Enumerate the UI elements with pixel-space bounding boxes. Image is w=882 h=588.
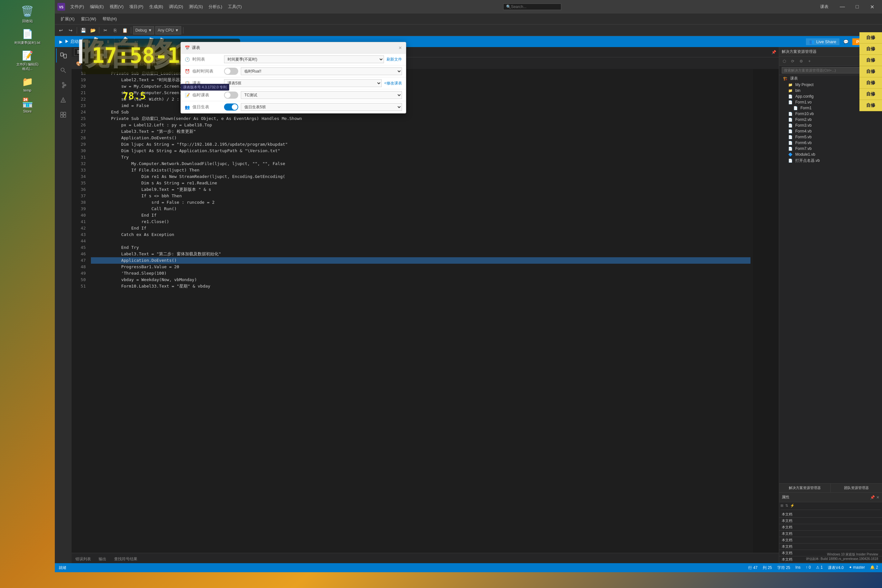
- course-popup-close[interactable]: ✕: [399, 45, 402, 50]
- code-line-47[interactable]: Application.DoEvents(): [91, 257, 750, 264]
- code-line-26[interactable]: px = Label12.Left : py = Label18.Top: [91, 122, 750, 128]
- start-button[interactable]: ▶ ▶ 启动: [57, 38, 81, 45]
- menu-view[interactable]: 视图(V): [107, 3, 126, 10]
- status-notifications[interactable]: 🔔 2: [870, 565, 878, 571]
- sidebar-git-icon[interactable]: [56, 78, 70, 92]
- sidebar-extensions-icon[interactable]: [56, 108, 70, 122]
- filter-btn[interactable]: ⚙: [797, 57, 805, 65]
- sidebar-explorer-icon[interactable]: [56, 48, 70, 63]
- errors-tab[interactable]: 错误列表: [72, 555, 95, 563]
- temp-course-toggle[interactable]: [224, 92, 238, 99]
- code-line-40[interactable]: End If: [91, 212, 750, 219]
- code-line-37[interactable]: If s <> bbh Then: [91, 193, 750, 199]
- desktop-icon-store[interactable]: 🏪 Store: [3, 98, 52, 113]
- team-mgr-btn[interactable]: 团队资源管理器: [831, 483, 882, 492]
- modify-course-btn[interactable]: <修改课表: [384, 81, 402, 86]
- refresh-btn[interactable]: ⟳: [789, 57, 796, 65]
- status-branch[interactable]: ✦ master: [849, 565, 865, 571]
- toolbar-btn-pin[interactable]: 📌: [771, 50, 776, 54]
- properties-close-icon[interactable]: ✕: [876, 495, 879, 500]
- toolbar-undo[interactable]: ↩: [57, 26, 65, 34]
- code-line-51[interactable]: Form10.Label33.Text = "星期" & vbday: [91, 283, 750, 290]
- code-line-44[interactable]: [91, 238, 750, 244]
- status-char[interactable]: 字符 25: [777, 565, 790, 571]
- code-line-31[interactable]: Try: [91, 154, 750, 160]
- code-line-48[interactable]: ProgressBar1.Value = 20: [91, 264, 750, 270]
- menu-build[interactable]: 生成(B): [147, 3, 166, 10]
- tree-item[interactable]: 🔷Module1.vb: [779, 152, 882, 158]
- code-line-33[interactable]: If File.Exists(ljupct) Then: [91, 167, 750, 173]
- temp-timetable-select[interactable]: 临时Rua!!: [241, 68, 402, 75]
- collapse-all-btn[interactable]: ⬡: [780, 57, 788, 65]
- sidebar-search-icon[interactable]: [56, 63, 70, 77]
- desktop-icon-temp[interactable]: 📁 temp: [3, 76, 52, 92]
- status-col[interactable]: 列 25: [763, 565, 772, 571]
- maximize-button[interactable]: □: [850, 0, 865, 14]
- close-button[interactable]: ✕: [865, 0, 879, 14]
- tree-item[interactable]: 📄Form6.vb: [779, 140, 882, 146]
- code-line-39[interactable]: Call Run(): [91, 206, 750, 212]
- tree-item[interactable]: 📄Form4.vb: [779, 128, 882, 134]
- code-line-43[interactable]: Catch ex As Exception: [91, 231, 750, 238]
- timetable-select[interactable]: 时间夏季(不延时): [224, 56, 384, 63]
- code-line-35[interactable]: Dim s As String = re1.ReadLine: [91, 180, 750, 186]
- temp-timetable-toggle[interactable]: [224, 68, 238, 75]
- status-warnings[interactable]: ⚠ 1: [816, 565, 823, 571]
- menu-help[interactable]: 帮助(H): [99, 15, 120, 23]
- minimize-button[interactable]: —: [835, 0, 850, 14]
- prop-events-icon[interactable]: ⚡: [790, 504, 795, 508]
- pin-icon[interactable]: 📌: [870, 495, 875, 500]
- new-item-btn[interactable]: +: [806, 57, 813, 65]
- code-line-28[interactable]: Application.DoEvents(): [91, 135, 750, 141]
- status-errors[interactable]: ↑ 0: [806, 565, 811, 571]
- code-line-29[interactable]: Dim ljupc As String = "ftp://192.168.2.1…: [91, 141, 750, 148]
- status-line[interactable]: 行 47: [748, 565, 758, 571]
- code-line-36[interactable]: Label9.Text = "更新版本 " & s: [91, 186, 750, 193]
- code-editor[interactable]: Private Sub 启动窗口_Load(sender As Object, …: [88, 69, 753, 553]
- code-line-49[interactable]: 'Thread.Sleep(100): [91, 270, 750, 277]
- tree-item[interactable]: 📄打开点名器.vb: [779, 158, 882, 164]
- feedback-button[interactable]: 💬: [842, 39, 850, 45]
- course-popup[interactable]: 📅 课表 ✕ 🕐 时间表 时间夏季(不延时) 刷新文件 ⏰ 临时时间表 临时Ru…: [180, 42, 406, 114]
- prop-grid-icon[interactable]: ⊞: [780, 504, 783, 508]
- code-line-50[interactable]: vbday = Weekday(Now, vbMonday): [91, 277, 750, 283]
- duty-select[interactable]: 值日生表5班: [241, 103, 402, 111]
- toolbar-redo[interactable]: ↪: [66, 26, 75, 34]
- refresh-file-btn[interactable]: 刷新文件: [387, 57, 402, 62]
- code-line-41[interactable]: re1.Close(): [91, 219, 750, 225]
- menu-edit[interactable]: 编辑(E): [87, 3, 106, 10]
- menu-debug[interactable]: 调试(D): [166, 3, 186, 10]
- code-line-38[interactable]: srd = False : runcode = 2: [91, 199, 750, 206]
- code-line-42[interactable]: End If: [91, 225, 750, 231]
- tree-item[interactable]: 📄Form3.vb: [779, 123, 882, 128]
- desktop-icon-editor[interactable]: 📝 文件(F) 编辑(E) 格式(...: [3, 50, 52, 71]
- code-line-30[interactable]: Dim ljupct As String = Application.Start…: [91, 148, 750, 154]
- menu-test[interactable]: 测试(S): [186, 3, 206, 10]
- temp-course-select[interactable]: TC测试: [241, 91, 402, 99]
- menu-file[interactable]: 文件(F): [68, 3, 87, 10]
- tree-item[interactable]: 📄Form7.vb: [779, 146, 882, 152]
- search-input[interactable]: [511, 4, 556, 9]
- code-line-25[interactable]: Private Sub 启动窗口_Shown(sender As Object,…: [91, 116, 750, 122]
- menu-extensions[interactable]: 扩展(X): [57, 15, 78, 23]
- code-line-27[interactable]: Label3.Text = "第一步: 检查更新": [91, 128, 750, 135]
- duty-toggle[interactable]: [224, 104, 238, 111]
- menu-analyze[interactable]: 分析(L): [206, 3, 225, 10]
- prop-sort-icon[interactable]: ⇅: [785, 504, 788, 508]
- sidebar-debug-icon[interactable]: [56, 93, 70, 107]
- search-box[interactable]: 🔍: [503, 3, 561, 10]
- code-line-34[interactable]: Dim re1 As New StreamReader(ljupct, Enco…: [91, 173, 750, 180]
- tree-item[interactable]: 📄Form5.vb: [779, 134, 882, 140]
- desktop-icon-file1[interactable]: 📄 时间夏季(延时).txt: [3, 29, 52, 45]
- code-line-45[interactable]: End Try: [91, 244, 750, 251]
- course-select[interactable]: 课表5班: [224, 79, 382, 87]
- code-line-46[interactable]: Label3.Text = "第二步: 窗体加载及数据初始化": [91, 251, 750, 257]
- live-share-button[interactable]: 👥 Live Share: [806, 38, 840, 45]
- code-line-32[interactable]: My.Computer.Network.DownloadFile(ljupc, …: [91, 160, 750, 167]
- find-tab[interactable]: 查找符号结果: [110, 555, 141, 563]
- output-tab[interactable]: 输出: [95, 555, 110, 563]
- desktop-icon-recycle[interactable]: 🗑️ 回收站: [3, 5, 52, 24]
- tree-item[interactable]: 📄Form2.vb: [779, 117, 882, 123]
- tree-item[interactable]: 📄Form10.vb: [779, 111, 882, 117]
- menu-tools[interactable]: 工具(T): [225, 3, 244, 10]
